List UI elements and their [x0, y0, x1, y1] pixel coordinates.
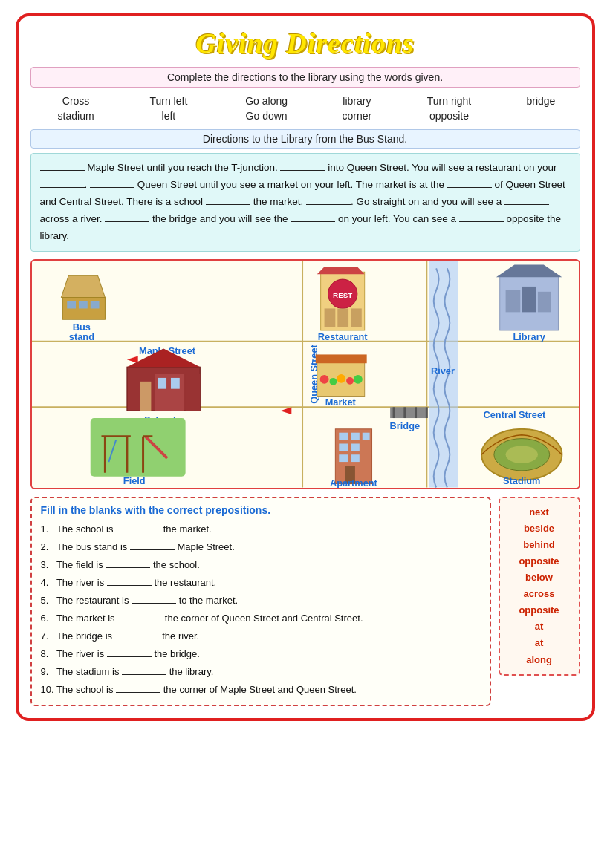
fill-blank-3 [106, 558, 150, 568]
word-turn-left: Turn left [122, 94, 215, 108]
svg-text:Market: Market [325, 397, 356, 408]
word-corner: corner [317, 108, 397, 123]
passage-text: Maple Street until you reach the T-junct… [40, 162, 565, 241]
svg-rect-65 [345, 466, 355, 484]
svg-text:Bus: Bus [72, 322, 90, 333]
word-go-along: Go along [215, 94, 317, 108]
svg-rect-61 [339, 443, 348, 451]
passage-box: Maple Street until you reach the T-junct… [30, 153, 580, 252]
svg-rect-60 [362, 432, 369, 440]
word-turn-right: Turn right [397, 94, 502, 108]
word-go-down: Go down [215, 108, 317, 123]
word-opposite: opposite [397, 108, 502, 123]
list-item: 9. The stadium is the library. [41, 663, 481, 681]
list-item: 6. The market is the corner of Queen Str… [41, 610, 481, 627]
svg-rect-51 [390, 407, 426, 418]
prep-along: along [504, 652, 574, 668]
list-item: 3. The field is the school. [41, 556, 481, 574]
svg-rect-67 [499, 275, 558, 330]
svg-rect-40 [351, 308, 362, 327]
svg-rect-9 [67, 301, 76, 308]
svg-text:River: River [430, 365, 454, 376]
blank-10 [291, 212, 335, 222]
svg-rect-42 [317, 356, 364, 396]
list-item: 7. The bridge is the river. [41, 627, 481, 645]
svg-rect-71 [537, 292, 551, 313]
blank-3 [40, 177, 85, 188]
svg-text:Central Street: Central Street [483, 409, 546, 420]
list-item: 2. The bus stand is Maple Street. [41, 538, 481, 556]
svg-point-36 [328, 279, 357, 308]
svg-point-45 [329, 378, 337, 385]
blank-7 [306, 195, 351, 205]
list-item: 1. The school is the market. [41, 521, 481, 538]
directions-heading: Directions to the Library from the Bus S… [30, 129, 580, 149]
main-container: Giving Directions Complete the direction… [16, 13, 595, 721]
prep-beside: beside [504, 521, 574, 537]
svg-marker-7 [61, 275, 105, 298]
svg-rect-21 [185, 374, 200, 411]
blank-9 [105, 212, 149, 222]
blank-8 [504, 195, 549, 205]
svg-rect-10 [78, 301, 87, 308]
fill-blank-2 [130, 540, 175, 550]
svg-marker-33 [280, 407, 291, 414]
svg-rect-6 [429, 261, 458, 487]
prep-next: next [504, 504, 574, 521]
blank-2 [280, 160, 325, 171]
list-item: 5. The restaurant is to the market. [41, 592, 481, 610]
svg-text:Queen Street: Queen Street [308, 344, 319, 403]
svg-point-44 [319, 375, 328, 384]
svg-rect-19 [158, 378, 166, 389]
svg-rect-20 [170, 378, 179, 389]
svg-rect-34 [320, 272, 364, 330]
word-stadium: stadium [30, 108, 122, 123]
svg-point-75 [493, 438, 549, 470]
svg-line-29 [145, 436, 167, 458]
blank-4 [90, 177, 134, 188]
word-cross: Cross [30, 94, 122, 108]
blank-1 [40, 160, 85, 171]
svg-rect-11 [90, 301, 99, 308]
prep-opposite-1: opposite [504, 553, 574, 570]
map-svg: Queen Street Bus stand Maple Street [32, 261, 579, 488]
svg-rect-38 [324, 308, 335, 327]
svg-rect-57 [335, 428, 371, 483]
svg-rect-64 [351, 454, 360, 462]
svg-rect-58 [339, 432, 348, 440]
map-container: Queen Street Bus stand Maple Street [30, 259, 580, 489]
svg-point-74 [481, 428, 562, 480]
svg-text:Stadium: Stadium [503, 474, 540, 486]
svg-point-48 [353, 375, 362, 384]
fill-in-list: 1. The school is the market. 2. The bus … [41, 521, 481, 699]
instructions-box: Complete the directions to the library u… [30, 67, 580, 88]
fill-blank-9 [122, 665, 166, 675]
word-blank [502, 108, 580, 123]
svg-point-46 [337, 374, 345, 383]
svg-text:Bridge: Bridge [389, 420, 419, 431]
svg-rect-39 [337, 308, 348, 327]
fill-blank-5 [132, 593, 176, 604]
page-title: Giving Directions [30, 27, 580, 59]
fill-blank-10 [116, 682, 160, 693]
instructions-text: Complete the directions to the library u… [167, 71, 443, 83]
svg-marker-22 [126, 348, 199, 367]
list-item: 4. The river is the restaurant. [41, 574, 481, 592]
fill-in-box: Fill in the blanks with the correct prep… [30, 497, 491, 706]
svg-marker-15 [126, 356, 137, 363]
prep-below: below [504, 570, 574, 586]
word-bridge: bridge [502, 94, 580, 108]
svg-rect-24 [90, 418, 185, 477]
word-bank: Cross Turn left Go along library Turn ri… [30, 94, 580, 123]
word-library: library [317, 94, 397, 108]
svg-point-47 [346, 377, 354, 385]
blank-6 [206, 195, 250, 205]
fill-blank-4 [107, 575, 152, 586]
fill-in-title: Fill in the blanks with the correct prep… [41, 504, 481, 516]
svg-marker-35 [317, 267, 364, 274]
svg-text:stand: stand [68, 330, 94, 342]
svg-text:Field: Field [123, 474, 145, 486]
prep-across: across [504, 586, 574, 602]
svg-text:Restaurant: Restaurant [317, 330, 368, 342]
bottom-row: Fill in the blanks with the correct prep… [30, 497, 580, 706]
